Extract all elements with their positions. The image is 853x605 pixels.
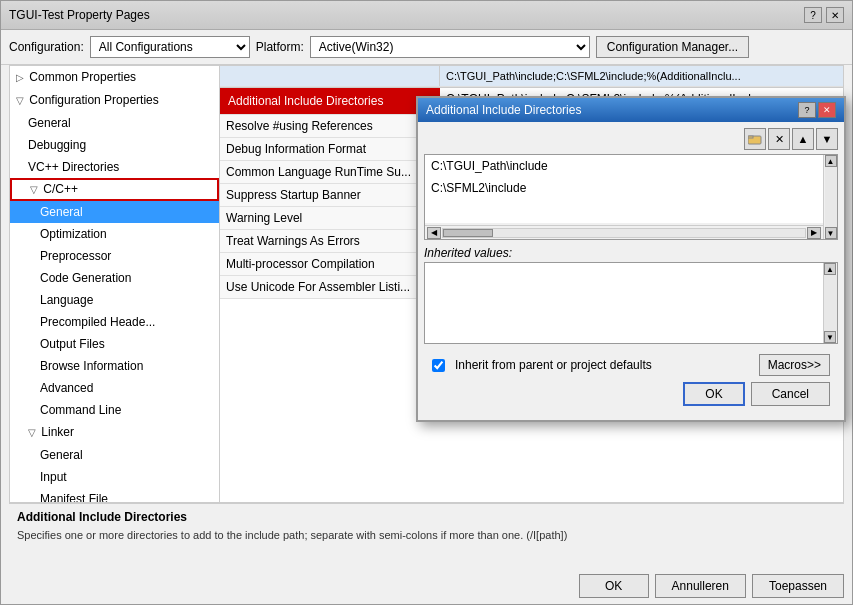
paths-vscroll[interactable]: ▲ ▼ bbox=[823, 155, 837, 239]
paths-list-inner: C:\TGUI_Path\include C:\SFML2\include ◀ … bbox=[425, 155, 823, 239]
inherited-container: ▲ ▼ bbox=[424, 262, 838, 344]
inherited-box bbox=[425, 263, 823, 343]
modal-ok-button[interactable]: OK bbox=[683, 382, 744, 406]
modal-folder-button[interactable] bbox=[744, 128, 766, 150]
macros-button[interactable]: Macros>> bbox=[759, 354, 830, 376]
svg-rect-1 bbox=[748, 136, 753, 138]
inherited-vscroll[interactable]: ▲ ▼ bbox=[823, 263, 837, 343]
modal-delete-button[interactable]: ✕ bbox=[768, 128, 790, 150]
modal-footer: Inherit from parent or project defaults … bbox=[424, 348, 838, 382]
inherited-section: Inherited values: ▲ ▼ bbox=[424, 246, 838, 344]
modal-action-buttons: OK Cancel bbox=[424, 382, 838, 414]
modal-help-button[interactable]: ? bbox=[798, 102, 816, 118]
path-item-tgui[interactable]: C:\TGUI_Path\include bbox=[425, 155, 823, 177]
modal-title: Additional Include Directories bbox=[426, 103, 581, 117]
vscroll-track bbox=[825, 167, 837, 227]
modal-dialog: Additional Include Directories ? ✕ ✕ ▲ ▼ bbox=[416, 96, 846, 422]
scroll-thumb bbox=[443, 229, 493, 237]
scroll-track bbox=[442, 228, 806, 238]
modal-toolbar: ✕ ▲ ▼ bbox=[424, 128, 838, 150]
paths-container: C:\TGUI_Path\include C:\SFML2\include ◀ … bbox=[424, 154, 838, 240]
paths-hscroll[interactable]: ◀ ▶ bbox=[425, 225, 823, 239]
main-window: TGUI-Test Property Pages ? ✕ Configurati… bbox=[0, 0, 853, 605]
modal-footer-buttons: Macros>> bbox=[759, 354, 830, 376]
inh-scroll-track bbox=[824, 275, 837, 331]
modal-cancel-button[interactable]: Cancel bbox=[751, 382, 830, 406]
modal-title-controls: ? ✕ bbox=[798, 102, 836, 118]
inherited-label: Inherited values: bbox=[424, 246, 838, 260]
path-item-sfml[interactable]: C:\SFML2\include bbox=[425, 177, 823, 199]
modal-body: ✕ ▲ ▼ C:\TGUI_Path\include C:\SFML2\incl… bbox=[418, 122, 844, 420]
inherit-checkbox[interactable] bbox=[432, 359, 445, 372]
modal-overlay: Additional Include Directories ? ✕ ✕ ▲ ▼ bbox=[1, 1, 852, 604]
paths-listbox[interactable]: C:\TGUI_Path\include C:\SFML2\include bbox=[425, 155, 823, 223]
modal-title-bar: Additional Include Directories ? ✕ bbox=[418, 98, 844, 122]
scroll-right-btn[interactable]: ▶ bbox=[807, 227, 821, 239]
inh-scroll-up[interactable]: ▲ bbox=[824, 263, 836, 275]
scroll-dn-btn[interactable]: ▼ bbox=[825, 227, 837, 239]
scroll-left-btn[interactable]: ◀ bbox=[427, 227, 441, 239]
modal-up-button[interactable]: ▲ bbox=[792, 128, 814, 150]
inh-scroll-dn[interactable]: ▼ bbox=[824, 331, 836, 343]
inherit-label: Inherit from parent or project defaults bbox=[455, 358, 652, 372]
modal-down-button[interactable]: ▼ bbox=[816, 128, 838, 150]
modal-close-button[interactable]: ✕ bbox=[818, 102, 836, 118]
scroll-up-btn[interactable]: ▲ bbox=[825, 155, 837, 167]
